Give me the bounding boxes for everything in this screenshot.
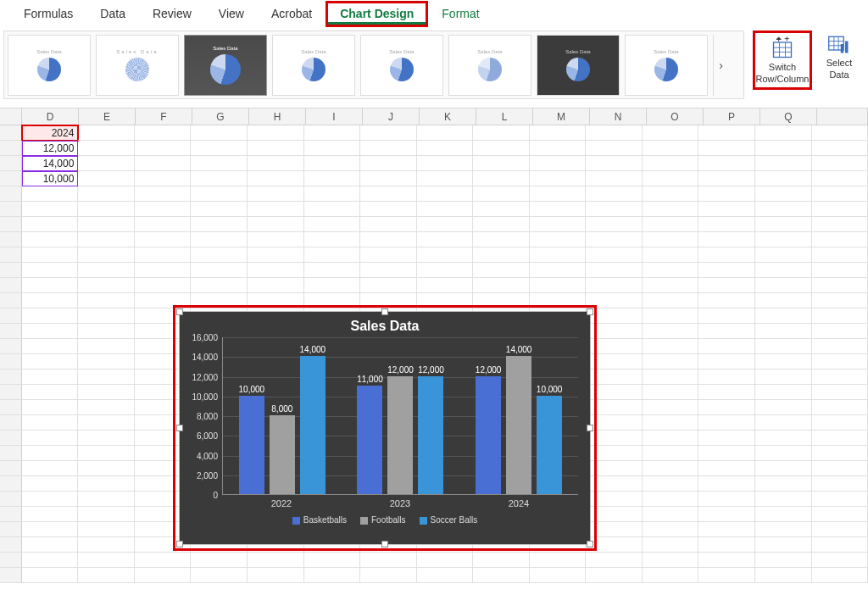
column-headers: D E F G H I J K L M N O P Q xyxy=(0,108,868,125)
pie-icon xyxy=(654,58,678,81)
col-header[interactable]: N xyxy=(590,108,647,125)
thumb-label: Sales Data xyxy=(213,46,237,51)
y-tick-label: 14,000 xyxy=(184,353,218,362)
chart-bar[interactable]: 14,000 xyxy=(300,356,326,494)
chart-legend[interactable]: BasketballsFootballsSoccer Balls xyxy=(180,515,590,525)
chart-bar[interactable]: 12,000 xyxy=(387,376,413,495)
col-header[interactable]: M xyxy=(533,108,590,125)
pie-icon xyxy=(566,58,590,81)
select-data-button[interactable]: Select Data xyxy=(814,31,865,81)
chart-x-labels: 202220232024 xyxy=(222,498,578,508)
x-tick-label: 2022 xyxy=(271,498,292,508)
col-header[interactable]: D xyxy=(22,108,79,125)
select-label-1: Select xyxy=(826,58,853,68)
legend-item[interactable]: Basketballs xyxy=(292,515,347,525)
legend-item[interactable]: Footballs xyxy=(360,515,406,525)
resize-handle[interactable] xyxy=(587,541,593,547)
col-header[interactable]: H xyxy=(249,108,306,125)
x-tick-label: 2024 xyxy=(509,498,529,508)
highlight-switch-button: Switch Row/Column xyxy=(753,31,812,90)
resize-handle[interactable] xyxy=(176,541,183,547)
chart-bar[interactable]: 10,000 xyxy=(537,396,562,494)
tab-acrobat[interactable]: Acrobat xyxy=(258,2,326,25)
highlight-chart-object: Sales Data 02,0004,0006,0008,00010,00012… xyxy=(173,305,597,551)
switch-row-column-button[interactable]: Switch Row/Column xyxy=(757,35,808,86)
thumb-label: Sales Data xyxy=(565,49,590,54)
thumb-label: Sales Data xyxy=(477,49,502,54)
tab-formulas[interactable]: Formulas xyxy=(10,2,86,25)
chart-style-2[interactable]: Sales Data xyxy=(96,35,179,96)
x-tick-label: 2023 xyxy=(390,498,410,508)
y-tick-label: 10,000 xyxy=(184,392,218,401)
resize-handle[interactable] xyxy=(381,308,388,315)
tab-review[interactable]: Review xyxy=(139,2,205,25)
y-tick-label: 4,000 xyxy=(184,451,218,460)
tab-view[interactable]: View xyxy=(205,2,258,25)
resize-handle[interactable] xyxy=(381,541,388,547)
y-tick-label: 0 xyxy=(184,491,218,500)
pie-icon xyxy=(390,58,414,81)
chart-style-4[interactable]: Sales Data xyxy=(272,35,355,96)
col-header[interactable]: P xyxy=(704,108,760,125)
chart-bar[interactable]: 11,000 xyxy=(357,386,382,494)
legend-swatch xyxy=(292,517,300,525)
chart-bar[interactable]: 8,000 xyxy=(270,415,295,494)
chart-plot-area[interactable]: 02,0004,0006,0008,00010,00012,00014,0001… xyxy=(222,337,578,495)
resize-handle[interactable] xyxy=(176,308,183,315)
chart-bar[interactable]: 12,000 xyxy=(476,376,501,495)
resize-handle[interactable] xyxy=(176,425,183,431)
y-tick-label: 12,000 xyxy=(184,372,218,381)
col-header[interactable]: L xyxy=(476,108,533,125)
data-label: 12,000 xyxy=(418,365,444,376)
chart-bar[interactable]: 12,000 xyxy=(418,376,443,495)
switch-label-2: Row/Column xyxy=(756,74,810,84)
data-label: 10,000 xyxy=(537,385,563,396)
chart-style-3[interactable]: Sales Data xyxy=(184,35,267,96)
col-header[interactable]: O xyxy=(647,108,704,125)
tab-data[interactable]: Data xyxy=(86,2,139,25)
chevron-right-icon: › xyxy=(719,58,723,72)
col-header[interactable]: J xyxy=(363,108,420,125)
col-header[interactable]: E xyxy=(79,108,136,125)
col-header[interactable]: G xyxy=(192,108,249,125)
chart-title[interactable]: Sales Data xyxy=(180,312,590,337)
col-header[interactable]: K xyxy=(420,108,476,125)
highlight-chart-design-tab: Chart Design xyxy=(326,1,428,27)
chart-style-gallery: Sales Data Sales Data Sales Data Sales D… xyxy=(3,31,744,99)
tab-format[interactable]: Format xyxy=(428,2,492,25)
col-header[interactable]: Q xyxy=(760,108,817,125)
pie-icon xyxy=(478,58,502,81)
thumb-label: Sales Data xyxy=(654,49,678,54)
thumb-label: Sales Data xyxy=(116,49,158,54)
resize-handle[interactable] xyxy=(587,308,593,315)
col-header[interactable]: F xyxy=(136,108,192,125)
col-header[interactable]: I xyxy=(306,108,363,125)
data-label: 12,000 xyxy=(476,365,502,376)
pie-icon xyxy=(37,58,61,81)
ribbon-group-data: Switch Row/Column Select Data xyxy=(749,27,868,108)
gallery-more-button[interactable]: › xyxy=(713,35,728,96)
chart-style-5[interactable]: Sales Data xyxy=(360,35,443,96)
ribbon-body: Sales Data Sales Data Sales Data Sales D… xyxy=(0,27,868,108)
chart-style-7[interactable]: Sales Data xyxy=(537,35,620,96)
chart-style-6[interactable]: Sales Data xyxy=(448,35,531,96)
chart-bar[interactable]: 10,000 xyxy=(239,396,264,494)
chart-object[interactable]: Sales Data 02,0004,0006,0008,00010,00012… xyxy=(179,311,591,545)
select-data-icon xyxy=(826,32,852,56)
tab-chart-design[interactable]: Chart Design xyxy=(328,3,426,25)
legend-item[interactable]: Soccer Balls xyxy=(420,515,478,525)
data-label: 14,000 xyxy=(300,345,326,356)
chart-style-8[interactable]: Sales Data xyxy=(625,35,708,96)
resize-handle[interactable] xyxy=(587,425,593,431)
y-tick-label: 2,000 xyxy=(184,470,218,480)
legend-swatch xyxy=(420,517,427,525)
chart-style-1[interactable]: Sales Data xyxy=(8,35,91,96)
thumb-label: Sales Data xyxy=(36,49,61,54)
switch-label-1: Switch xyxy=(769,62,796,72)
data-label: 11,000 xyxy=(357,375,383,386)
switch-row-column-icon xyxy=(770,36,795,60)
data-label: 14,000 xyxy=(506,345,532,356)
chart-bar[interactable]: 14,000 xyxy=(506,356,531,494)
select-label-2: Data xyxy=(829,69,849,80)
data-label: 12,000 xyxy=(387,365,414,376)
